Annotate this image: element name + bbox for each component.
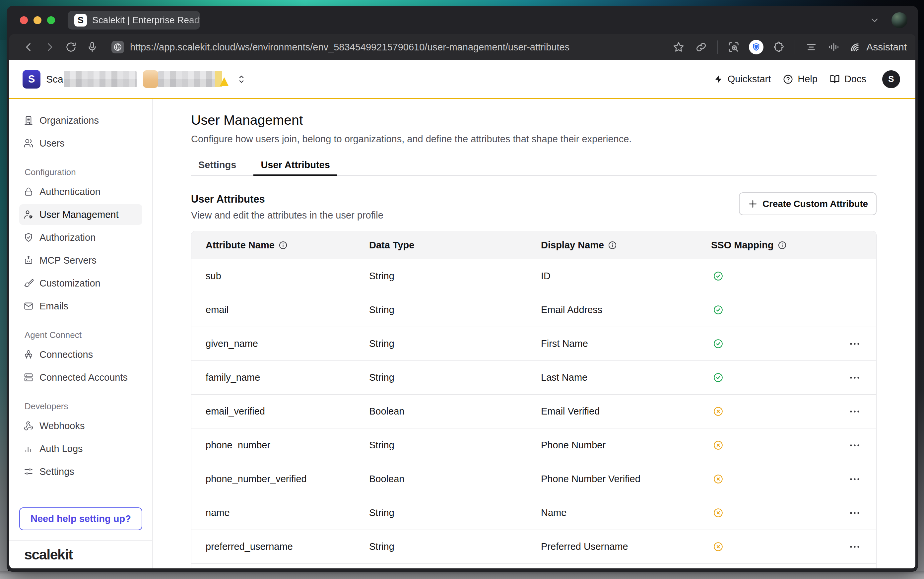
customization-icon: [23, 278, 34, 288]
cell-attribute-name: family_name: [206, 372, 369, 383]
info-icon[interactable]: [279, 241, 288, 250]
user-avatar[interactable]: S: [882, 70, 900, 88]
help-label: Help: [798, 74, 818, 85]
sidebar-item-mcp-servers[interactable]: MCP Servers: [19, 250, 142, 271]
sidebar-item-label: Authentication: [39, 186, 100, 197]
sidebar-item-users[interactable]: Users: [19, 133, 142, 154]
docs-label: Docs: [844, 74, 866, 85]
info-icon[interactable]: [608, 241, 617, 250]
row-menu-dots-icon[interactable]: [849, 338, 861, 350]
cell-display-name: First Name: [541, 338, 711, 349]
back-icon[interactable]: [23, 41, 34, 53]
sidebar-item-auth-logs[interactable]: Auth Logs: [19, 438, 142, 459]
browser-titlebar: S Scalekit | Enterprise Ready A: [7, 6, 918, 34]
audio-levels-icon[interactable]: [828, 41, 840, 53]
authentication-icon: [23, 186, 34, 197]
cell-display-name: Email Address: [541, 304, 711, 316]
desktop-wallpaper-bottom: [0, 571, 924, 579]
create-custom-attribute-button[interactable]: Create Custom Attribute: [739, 192, 877, 215]
zoom-window-button[interactable]: [47, 16, 55, 24]
environment-switcher-icon[interactable]: [236, 74, 247, 85]
reader-lines-icon[interactable]: [805, 41, 818, 53]
quickstart-label: Quickstart: [728, 74, 771, 85]
cell-attribute-name: email: [206, 304, 369, 316]
sidebar-item-label: Connected Accounts: [39, 372, 128, 383]
sidebar-section-label-developers: Developers: [25, 400, 142, 413]
assistant-wave-icon: [849, 41, 862, 53]
row-menu-dots-icon[interactable]: [849, 541, 861, 553]
titlebar-chevron-down-icon[interactable]: [869, 15, 880, 26]
cell-sso-mapping: [711, 530, 876, 563]
cell-data-type: String: [369, 338, 541, 349]
row-menu-dots-icon[interactable]: [849, 371, 861, 384]
browser-toolbar: https://app.scalekit.cloud/ws/environmen…: [9, 34, 915, 60]
quickstart-button[interactable]: Quickstart: [713, 74, 771, 85]
copy-link-icon[interactable]: [695, 41, 707, 53]
webhooks-icon: [23, 420, 34, 431]
bookmark-star-icon[interactable]: [672, 41, 685, 53]
toolbar-divider: [717, 41, 718, 54]
tab-settings[interactable]: Settings: [191, 160, 244, 175]
browser-tab[interactable]: S Scalekit | Enterprise Ready A: [68, 11, 200, 29]
need-help-button[interactable]: Need help setting up?: [19, 507, 142, 530]
sidebar-item-connections[interactable]: Connections: [19, 344, 142, 365]
emails-icon: [23, 301, 34, 311]
sidebar-item-label: Authorization: [39, 232, 95, 243]
site-globe-icon[interactable]: [111, 41, 124, 53]
close-window-button[interactable]: [20, 16, 28, 24]
table-row-given-name: given_nameStringFirst Name: [191, 327, 876, 360]
row-menu-dots-icon[interactable]: [849, 473, 861, 486]
sidebar-item-connected-accounts[interactable]: Connected Accounts: [19, 367, 142, 388]
row-menu-dots-icon[interactable]: [849, 405, 861, 418]
row-menu-dots-icon[interactable]: [849, 439, 861, 451]
reload-icon[interactable]: [65, 41, 77, 53]
docs-button[interactable]: Docs: [829, 74, 866, 85]
cell-attribute-name: phone_number_verified: [206, 474, 369, 484]
user-attributes-table: Attribute NameData TypeDisplay NameSSO M…: [191, 231, 877, 568]
assistant-button[interactable]: Assistant: [849, 41, 907, 53]
scalekit-logo: S: [23, 70, 41, 88]
row-menu-dots-icon[interactable]: [849, 507, 861, 519]
sso-unmapped-x-icon: [713, 474, 723, 484]
users-icon: [23, 138, 34, 149]
sidebar-item-authentication[interactable]: Authentication: [19, 182, 142, 202]
forward-icon[interactable]: [44, 41, 56, 53]
help-button[interactable]: Help: [783, 74, 818, 85]
sidebar-item-webhooks[interactable]: Webhooks: [19, 415, 142, 436]
column-header-sso-mapping: SSO Mapping: [711, 240, 876, 251]
address-bar[interactable]: https://app.scalekit.cloud/ws/environmen…: [130, 42, 667, 53]
browser-profile-avatar[interactable]: [891, 12, 908, 28]
table-row-email-verified: email_verifiedBooleanEmail Verified: [191, 394, 876, 428]
sidebar-item-label: Users: [39, 138, 65, 149]
minimize-window-button[interactable]: [33, 16, 41, 24]
sidebar-item-customization[interactable]: Customization: [19, 273, 142, 293]
cell-sso-mapping: [711, 395, 876, 428]
window-controls: [20, 16, 55, 24]
sidebar-item-emails[interactable]: Emails: [19, 296, 142, 316]
cell-sso-mapping: [711, 429, 876, 462]
table-row-phone-number: phone_numberStringPhone Number: [191, 428, 876, 462]
sso-mapped-check-icon: [713, 372, 723, 383]
sidebar-item-authorization[interactable]: Authorization: [19, 227, 142, 248]
microphone-icon[interactable]: [86, 41, 98, 53]
cell-data-type: String: [369, 372, 541, 383]
sso-unmapped-x-icon: [713, 508, 723, 518]
password-manager-extension-icon[interactable]: [749, 40, 764, 54]
tab-user-attributes[interactable]: User Attributes: [253, 160, 337, 175]
sidebar-item-organizations[interactable]: Organizations: [19, 110, 142, 131]
sidebar-item-label: Organizations: [39, 115, 99, 126]
user-management-icon: [23, 209, 34, 220]
sidebar-item-settings[interactable]: Settings: [19, 461, 142, 482]
sidebar-item-label: Webhooks: [39, 420, 85, 432]
sidebar-item-label: Emails: [39, 301, 68, 312]
sidebar-item-label: Connections: [39, 349, 93, 360]
info-icon[interactable]: [778, 241, 787, 250]
extensions-puzzle-icon[interactable]: [772, 41, 785, 53]
sso-mapped-check-icon: [713, 271, 723, 281]
page-title: User Management: [191, 113, 877, 128]
screenshot-search-icon[interactable]: [727, 41, 740, 53]
tab-favicon-icon: S: [74, 14, 87, 26]
sidebar-item-user-management[interactable]: User Management: [19, 204, 142, 225]
section-heading: User Attributes: [191, 194, 383, 205]
sidebar-item-label: Settings: [39, 466, 74, 477]
